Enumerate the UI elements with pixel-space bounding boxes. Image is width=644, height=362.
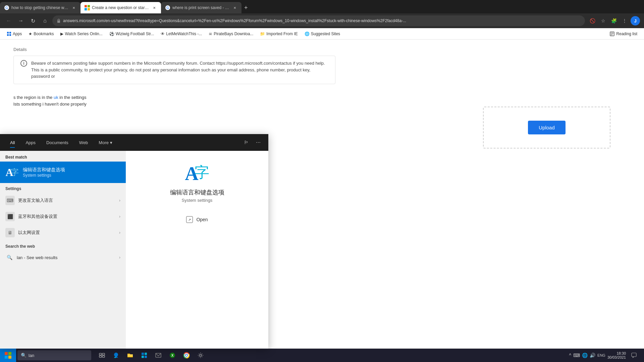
bookmark-star-icon: ★: [29, 32, 32, 36]
no-camera-icon[interactable]: 🚫: [588, 16, 597, 25]
tab-2-close[interactable]: ✕: [152, 5, 157, 10]
bookmarks-bar: Apps ★ Bookmarks ▶ Watch Series Onlin...…: [0, 28, 644, 40]
new-tab-button[interactable]: +: [241, 2, 251, 13]
warning-box: i Beware of scammers posting fake suppor…: [13, 56, 335, 84]
best-match-text: 编辑语言和键盘选项 System settings: [23, 167, 120, 178]
home-button[interactable]: ⌂: [40, 16, 50, 25]
bookmark-wiziwig-icon: ⚽: [109, 32, 114, 36]
apps-grid-icon: [7, 32, 11, 36]
menu-button[interactable]: ⋮: [620, 16, 629, 25]
svg-rect-12: [9, 34, 11, 36]
network-icon[interactable]: 🌐: [582, 353, 588, 358]
web-search-text: lan - See web results: [17, 255, 116, 260]
refresh-button[interactable]: ↻: [28, 16, 38, 25]
right-panel-icon-container: A 字: [185, 164, 209, 183]
page-body-text: s the region is in the uk in the setting…: [13, 94, 335, 108]
settings-header: Settings: [0, 183, 126, 192]
right-panel-zh-icon: 字: [195, 165, 209, 180]
bookmark-wiziwig[interactable]: ⚽ Wiziwig Football Str...: [107, 31, 157, 37]
upload-area: Upload: [483, 107, 610, 148]
speech-bubble-icon: [631, 353, 637, 358]
taskbar-search-icon: 🔍: [21, 353, 26, 358]
extensions-button[interactable]: 🧩: [609, 16, 619, 25]
language-indicator[interactable]: ENG: [597, 353, 605, 357]
forward-button[interactable]: →: [16, 16, 25, 25]
bookmark-piratebays[interactable]: ☠ PirateBays Downloa...: [206, 31, 256, 37]
tab-3-close[interactable]: ✕: [232, 5, 237, 10]
tab-1-favicon: G: [4, 5, 9, 10]
tab-3-favicon: G: [165, 5, 170, 10]
xbox-icon[interactable]: X: [166, 349, 179, 362]
svg-point-34: [186, 355, 187, 356]
star-button[interactable]: ☆: [598, 16, 608, 25]
filter-all[interactable]: All: [5, 138, 19, 147]
svg-rect-19: [5, 356, 8, 359]
svg-rect-36: [632, 353, 636, 357]
keyboard-icon[interactable]: ⌨: [573, 353, 580, 358]
settings-icon[interactable]: [194, 349, 207, 362]
open-label: Open: [196, 217, 208, 222]
mail-icon[interactable]: [152, 349, 165, 362]
uk-link[interactable]: uk: [54, 95, 58, 100]
feedback-icon-btn[interactable]: 🏳: [241, 138, 251, 147]
filter-apps[interactable]: Apps: [21, 138, 40, 147]
reading-list-button[interactable]: Reading list: [607, 31, 640, 37]
tab-1[interactable]: G how to stop getting chinese writ... ✕: [0, 2, 80, 13]
setting-item-3[interactable]: 🖥 以太网设置 ›: [0, 225, 126, 241]
bookmark-apps[interactable]: Apps: [4, 31, 24, 37]
chrome-icon[interactable]: [180, 349, 193, 362]
edge-browser-icon[interactable]: [109, 349, 123, 362]
setting-item-1[interactable]: ⌨ 更改盲文输入语言 ›: [0, 192, 126, 208]
url-bar[interactable]: answers.microsoft.com/en-us/newthread?th…: [52, 15, 585, 26]
reading-list-label: Reading list: [616, 32, 637, 36]
system-clock[interactable]: 18:30 30/03/2021: [607, 351, 626, 359]
tab-2[interactable]: Create a new question or start a... ✕: [80, 2, 161, 13]
folder-icon: [127, 352, 133, 359]
bookmark-globe-icon: 🌐: [305, 32, 310, 36]
filter-web[interactable]: Web: [74, 138, 93, 147]
setting-keyboard-icon: ⌨: [5, 196, 15, 205]
best-match-item[interactable]: A 字 编辑语言和键盘选项 System settings: [0, 162, 126, 183]
file-explorer-icon[interactable]: [123, 349, 137, 362]
svg-rect-11: [7, 34, 9, 36]
web-search-item-1[interactable]: 🔍 lan - See web results ›: [0, 250, 126, 265]
store-icon[interactable]: [138, 349, 151, 362]
chevron-up-icon[interactable]: ^: [569, 353, 572, 358]
tab-1-close[interactable]: ✕: [71, 5, 76, 10]
tab-3[interactable]: G where is print screen saved - Go... ✕: [161, 2, 241, 13]
filter-more[interactable]: More ▾: [94, 138, 117, 147]
more-options-btn[interactable]: ⋯: [254, 138, 263, 147]
notification-center-button[interactable]: [628, 349, 640, 362]
taskbar-search-box[interactable]: 🔍 lan: [17, 350, 91, 360]
setting-ethernet-icon: 🖥: [5, 228, 15, 237]
svg-rect-27: [142, 356, 144, 358]
profile-button[interactable]: J: [631, 16, 640, 25]
start-menu: All Apps Documents Web More ▾ 🏳 ⋯ Best m…: [0, 134, 268, 349]
bookmark-imported[interactable]: 📁 Imported From IE: [257, 31, 300, 37]
filter-icon-group: 🏳 ⋯: [241, 138, 263, 147]
upload-button[interactable]: Upload: [528, 121, 566, 134]
bookmark-letmewatchthis[interactable]: 👁 LetMeWatchThis -...: [158, 31, 205, 37]
reading-list-icon: [609, 31, 615, 37]
system-tray: ^ ⌨ 🌐 🔊 ENG 18:30 30/03/2021: [565, 349, 644, 362]
bookmark-suggested[interactable]: 🌐 Suggested Sites: [302, 31, 343, 37]
svg-rect-17: [5, 352, 8, 355]
edge-icon: [113, 352, 119, 359]
back-button[interactable]: ←: [4, 16, 13, 25]
setting-item-2[interactable]: ⬛ 蓝牙和其他设备设置 ›: [0, 208, 126, 225]
open-button[interactable]: Open: [182, 214, 212, 226]
bookmark-watchseries-label: Watch Series Onlin...: [65, 32, 102, 36]
bookmark-bookmarks[interactable]: ★ Bookmarks: [26, 31, 56, 37]
google-chrome-icon: [183, 352, 190, 359]
tab-3-title: where is print screen saved - Go...: [172, 5, 230, 10]
filter-documents[interactable]: Documents: [42, 138, 73, 147]
bookmark-watchseries[interactable]: ▶ Watch Series Onlin...: [58, 31, 105, 37]
start-button[interactable]: [0, 349, 16, 362]
windows-logo-icon: [5, 352, 11, 359]
svg-rect-10: [9, 32, 11, 34]
volume-icon[interactable]: 🔊: [590, 353, 595, 358]
task-view-button[interactable]: [95, 349, 109, 362]
gear-icon: [197, 352, 204, 359]
svg-rect-22: [102, 353, 105, 355]
details-link[interactable]: Details: [13, 47, 27, 52]
